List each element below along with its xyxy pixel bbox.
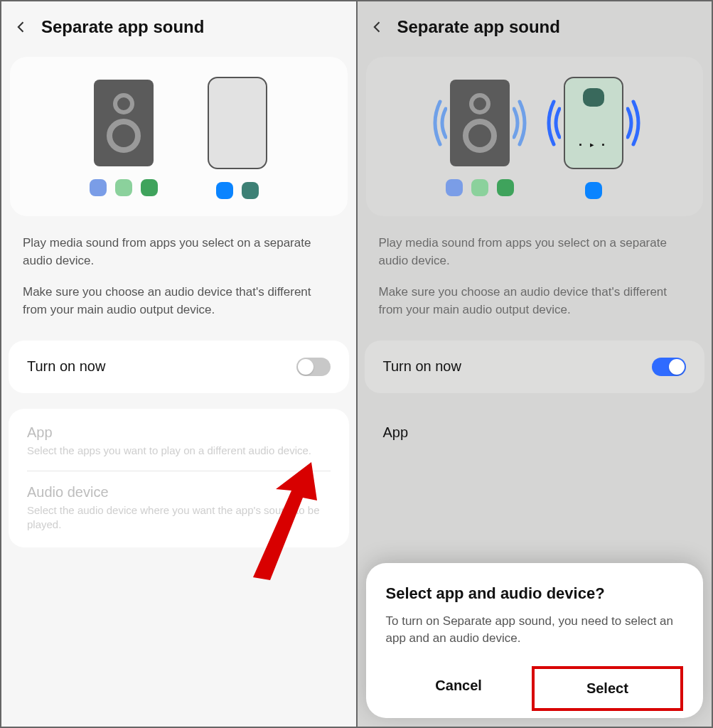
page-title: Separate app sound — [397, 17, 560, 37]
description: Play media sound from apps you select on… — [358, 229, 712, 325]
turn-on-toggle[interactable] — [652, 358, 686, 376]
screenshot-right: Separate app sound — [358, 1, 712, 727]
desc-line-2: Make sure you choose an audio device tha… — [379, 284, 691, 318]
speaker-app-dots — [446, 179, 514, 196]
speaker-group — [90, 80, 158, 196]
sound-wave-icon — [513, 98, 534, 148]
sound-wave-icon — [426, 98, 447, 148]
media-controls-icon: ▪ ▸ ▪ — [579, 140, 608, 149]
app-row[interactable]: App — [383, 412, 687, 454]
phone-group: ▪ ▸ ▪ — [564, 77, 623, 199]
select-button[interactable]: Select — [532, 666, 683, 711]
back-icon[interactable] — [14, 20, 28, 34]
speaker-icon — [94, 80, 154, 166]
desc-line-1: Play media sound from apps you select on… — [23, 235, 335, 269]
sound-wave-icon — [540, 98, 561, 148]
header: Separate app sound — [1, 1, 356, 51]
page-title: Separate app sound — [41, 17, 204, 37]
hero-illustration — [10, 57, 348, 216]
turn-on-row[interactable]: Turn on now — [365, 341, 705, 393]
dialog-actions: Cancel Select — [386, 666, 684, 711]
phone-app-dots — [585, 182, 602, 199]
audio-device-row: Audio device Select the audio device whe… — [27, 471, 331, 545]
speaker-icon — [450, 80, 510, 166]
cancel-button[interactable]: Cancel — [386, 666, 532, 711]
phone-app-dots — [216, 182, 259, 199]
desc-line-1: Play media sound from apps you select on… — [379, 235, 691, 269]
app-row-title: App — [383, 424, 687, 441]
audio-device-desc: Select the audio device where you want t… — [27, 503, 331, 532]
options-section: App — [365, 409, 705, 456]
audio-device-title: Audio device — [27, 484, 331, 500]
turn-on-label: Turn on now — [27, 358, 105, 375]
app-row-title: App — [27, 424, 331, 441]
app-row: App Select the apps you want to play on … — [27, 412, 331, 471]
speaker-app-dots — [90, 179, 158, 196]
desc-line-2: Make sure you choose an audio device tha… — [23, 284, 335, 318]
turn-on-label: Turn on now — [383, 358, 461, 375]
dialog-body: To turn on Separate app sound, you need … — [386, 613, 684, 648]
back-icon[interactable] — [370, 20, 385, 34]
sound-wave-icon — [626, 98, 648, 148]
description: Play media sound from apps you select on… — [1, 229, 356, 325]
phone-group — [208, 77, 267, 199]
turn-on-row[interactable]: Turn on now — [9, 341, 349, 393]
dialog-title: Select app and audio device? — [386, 584, 684, 603]
phone-icon: ▪ ▸ ▪ — [564, 77, 623, 169]
options-section: App Select the apps you want to play on … — [9, 409, 349, 548]
turn-on-toggle[interactable] — [296, 358, 331, 376]
app-row-desc: Select the apps you want to play on a di… — [27, 444, 331, 458]
header: Separate app sound — [358, 1, 712, 51]
screenshot-left: Separate app sound Play media sound from… — [1, 1, 356, 727]
hero-illustration: ▪ ▸ ▪ — [366, 57, 704, 216]
phone-icon — [208, 77, 267, 169]
speaker-group — [446, 80, 514, 196]
select-app-dialog: Select app and audio device? To turn on … — [366, 563, 704, 718]
